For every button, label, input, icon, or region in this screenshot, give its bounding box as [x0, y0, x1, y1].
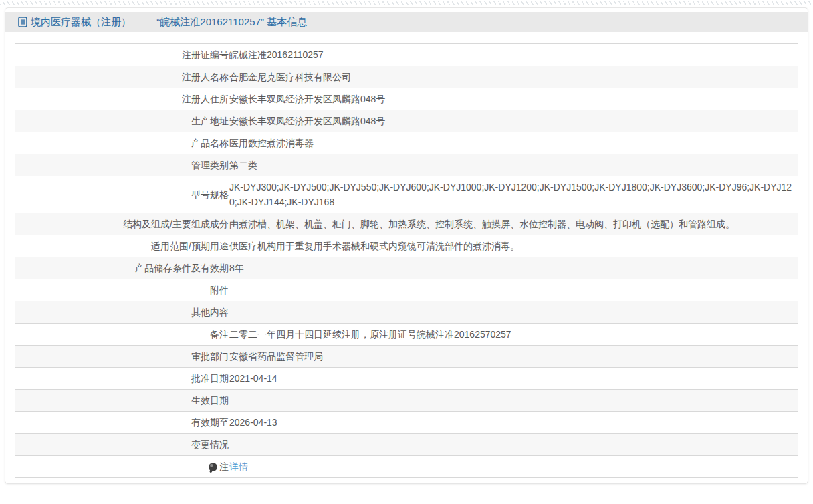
- row-label: 适用范围/预期用途: [15, 235, 229, 257]
- table-row: 生产地址 安徽长丰双凤经济开发区凤麟路048号: [15, 110, 798, 132]
- table-row: 生效日期: [15, 390, 798, 412]
- page-title: 境内医疗器械（注册） —— “皖械注准20162110257” 基本信息: [31, 12, 307, 32]
- row-value: 2026-04-13: [229, 412, 798, 434]
- row-value: [229, 390, 798, 412]
- table-row: 有效期至 2026-04-13: [15, 412, 798, 434]
- table-row: 审批部门 安徽省药品监督管理局: [15, 346, 798, 368]
- table-row: 备注 二零二一年四月十四日延续注册，原注册证号皖械注准20162570257: [15, 324, 798, 346]
- table-row: 产品名称 医用数控煮沸消毒器: [15, 132, 798, 154]
- row-value: 二零二一年四月十四日延续注册，原注册证号皖械注准20162570257: [229, 324, 798, 346]
- row-label: 管理类别: [15, 154, 229, 176]
- row-label: 结构及组成/主要组成成分: [15, 213, 229, 235]
- info-table-wrapper: 注册证编号 皖械注准20162110257 注册人名称 合肥金尼克医疗科技有限公…: [15, 43, 798, 478]
- row-value: [229, 434, 798, 456]
- table-row: 注册人名称 合肥金尼克医疗科技有限公司: [15, 66, 798, 88]
- row-label: 型号规格: [15, 176, 229, 213]
- table-row: 管理类别 第二类: [15, 154, 798, 176]
- device-info-table: 注册证编号 皖械注准20162110257 注册人名称 合肥金尼克医疗科技有限公…: [15, 43, 798, 478]
- row-label: 注册人名称: [15, 66, 229, 88]
- table-row-note: 注 详情: [15, 456, 798, 478]
- table-row: 批准日期 2021-04-14: [15, 368, 798, 390]
- page-top-dotted-border: [0, 1, 813, 5]
- document-icon: [18, 17, 27, 27]
- row-label: 变更情况: [15, 434, 229, 456]
- table-row: 变更情况: [15, 434, 798, 456]
- record-card: 境内医疗器械（注册） —— “皖械注准20162110257” 基本信息 注册证…: [5, 7, 808, 484]
- row-label: 有效期至: [15, 412, 229, 434]
- row-value: 合肥金尼克医疗科技有限公司: [229, 66, 798, 88]
- row-label: 注册证编号: [15, 44, 229, 66]
- row-label: 生效日期: [15, 390, 229, 412]
- row-value: JK-DYJ300;JK-DYJ500;JK-DYJ550;JK-DYJ600;…: [229, 176, 798, 213]
- table-row: 其他内容: [15, 301, 798, 324]
- record-header: 境内医疗器械（注册） —— “皖械注准20162110257” 基本信息: [5, 12, 808, 32]
- row-value: 安徽长丰双凤经济开发区凤麟路048号: [229, 110, 798, 132]
- table-row: 适用范围/预期用途 供医疗机构用于重复用手术器械和硬式内窥镜可清洗部件的煮沸消毒…: [15, 235, 798, 257]
- row-value: 第二类: [229, 154, 798, 176]
- table-row: 型号规格 JK-DYJ300;JK-DYJ500;JK-DYJ550;JK-DY…: [15, 176, 798, 213]
- row-label: 注册人住所: [15, 88, 229, 110]
- table-row: 结构及组成/主要组成成分 由煮沸槽、机架、机盖、柜门、脚轮、加热系统、控制系统、…: [15, 213, 798, 235]
- row-value: [229, 301, 798, 324]
- note-label: 注: [219, 461, 229, 472]
- detail-link[interactable]: 详情: [229, 461, 248, 472]
- row-label: 注: [15, 456, 229, 478]
- row-value: 医用数控煮沸消毒器: [229, 132, 798, 154]
- row-value: 由煮沸槽、机架、机盖、柜门、脚轮、加热系统、控制系统、触摸屏、水位控制器、电动阀…: [229, 213, 798, 235]
- row-label: 备注: [15, 324, 229, 346]
- row-label: 产品储存条件及有效期: [15, 257, 229, 279]
- bulb-note-icon: [209, 463, 217, 471]
- row-value: 皖械注准20162110257: [229, 44, 798, 66]
- table-row: 附件: [15, 279, 798, 301]
- row-label: 其他内容: [15, 301, 229, 324]
- table-row: 注册证编号 皖械注准20162110257: [15, 44, 798, 66]
- row-value: 2021-04-14: [229, 368, 798, 390]
- row-value: 详情: [229, 456, 798, 478]
- row-label: 产品名称: [15, 132, 229, 154]
- row-label: 批准日期: [15, 368, 229, 390]
- table-row: 产品储存条件及有效期 8年: [15, 257, 798, 279]
- row-value: 安徽省药品监督管理局: [229, 346, 798, 368]
- row-value: 供医疗机构用于重复用手术器械和硬式内窥镜可清洗部件的煮沸消毒。: [229, 235, 798, 257]
- row-label: 生产地址: [15, 110, 229, 132]
- row-value: 8年: [229, 257, 798, 279]
- row-label: 附件: [15, 279, 229, 301]
- row-label: 审批部门: [15, 346, 229, 368]
- table-row: 注册人住所 安徽长丰双凤经济开发区凤麟路048号: [15, 88, 798, 110]
- row-value: 安徽长丰双凤经济开发区凤麟路048号: [229, 88, 798, 110]
- row-value: [229, 279, 798, 301]
